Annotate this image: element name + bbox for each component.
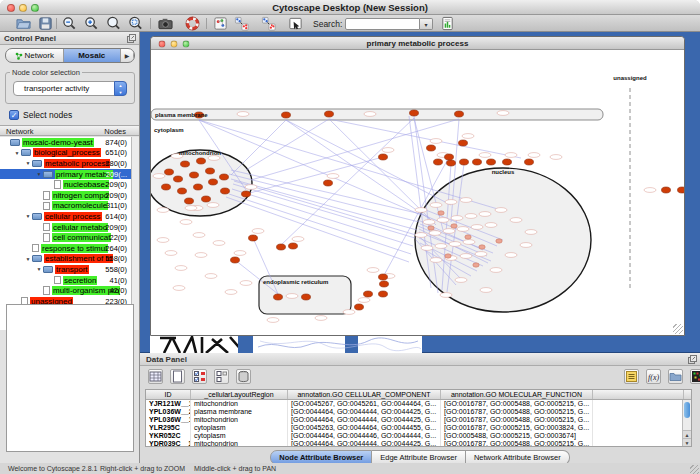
graph-node[interactable] xyxy=(410,110,419,116)
tree-row[interactable]: mosaic-demo-yeast874(0) xyxy=(0,137,131,148)
graph-node[interactable] xyxy=(277,244,286,250)
tree-row[interactable]: macromolecule311(0) xyxy=(0,201,131,212)
graph-node[interactable] xyxy=(185,198,194,204)
zoom-fit-icon[interactable] xyxy=(128,16,143,31)
graph-node[interactable] xyxy=(231,257,240,263)
graph-node[interactable] xyxy=(447,160,456,166)
tree-row[interactable]: ▼cellular process614(0) xyxy=(0,211,131,222)
tree-row[interactable]: ▼metabolic process280(0) xyxy=(0,158,131,169)
graph-node[interactable] xyxy=(220,174,229,180)
network-view-window[interactable]: primary metabolic process plasma membran… xyxy=(150,36,685,336)
snapshot-camera-icon[interactable] xyxy=(158,16,173,31)
graph-node[interactable] xyxy=(162,184,171,190)
app-resize-grip[interactable] xyxy=(690,465,699,474)
tree-row[interactable]: ▼establishment of lo558(0) xyxy=(0,254,131,265)
graph-node[interactable] xyxy=(428,226,434,230)
graph-node[interactable] xyxy=(525,159,534,165)
function-builder-icon[interactable]: f(x) xyxy=(646,369,661,384)
graph-node[interactable] xyxy=(178,188,187,194)
graph-node[interactable] xyxy=(379,274,388,280)
expander-icon[interactable]: ▼ xyxy=(35,266,43,272)
scrollbar-thumb[interactable] xyxy=(684,402,690,418)
graph-node[interactable] xyxy=(282,112,291,118)
graph-node[interactable] xyxy=(274,294,283,300)
column-header[interactable]: annotation.GO CELLULAR_COMPONENT xyxy=(288,390,441,399)
scroll-down-icon[interactable]: ▼ xyxy=(683,438,691,446)
expander-icon[interactable]: ▼ xyxy=(35,171,43,177)
search-config-icon[interactable] xyxy=(440,16,455,31)
graph-node[interactable] xyxy=(460,159,469,165)
select-nodes-checkbox[interactable]: ✓ xyxy=(9,110,19,120)
zoom-out-icon[interactable] xyxy=(62,16,77,31)
graph-node[interactable] xyxy=(379,291,388,297)
graph-node[interactable] xyxy=(221,188,230,194)
save-icon[interactable] xyxy=(38,16,53,31)
graph-node[interactable] xyxy=(496,239,502,243)
table-row[interactable]: YJR121W__1mitochondrion[GO:0045267, GO:0… xyxy=(146,400,691,408)
vizmapper-icon[interactable] xyxy=(213,16,228,31)
zoom-selected-icon[interactable] xyxy=(106,16,121,31)
tree-row[interactable]: cellular metabo209(0) xyxy=(0,222,131,233)
tab-overflow-arrow-icon[interactable]: ▶ xyxy=(121,49,134,62)
graph-node[interactable] xyxy=(206,168,215,174)
column-header[interactable]: _cellularLayoutRegion xyxy=(191,390,288,399)
tab-network[interactable]: Network xyxy=(6,49,64,62)
table-row[interactable]: YPL036W__2plasma membrane[GO:0044464, GO… xyxy=(146,408,691,416)
layout-1-icon[interactable] xyxy=(234,16,249,31)
tree-row[interactable]: ▼transport558(0) xyxy=(0,264,131,275)
graph-node[interactable] xyxy=(487,159,496,165)
graph-node[interactable] xyxy=(678,187,685,193)
graph-node[interactable] xyxy=(445,154,454,160)
tree-row[interactable]: nitrogen compo209(0) xyxy=(0,190,131,201)
table-row[interactable]: YPL036W__1mitochondrion[GO:0044464, GO:0… xyxy=(146,416,691,424)
tree-row[interactable]: ▼biological_process651(0) xyxy=(0,148,131,159)
search-input[interactable] xyxy=(345,18,420,30)
annotation-icon[interactable] xyxy=(288,16,303,31)
new-attribute-icon[interactable] xyxy=(170,369,185,384)
attribute-table[interactable]: ID_cellularLayoutRegionannotation.GO CEL… xyxy=(145,389,692,447)
birdseye-view[interactable] xyxy=(6,304,134,452)
attribute-matrix-icon[interactable] xyxy=(690,369,700,384)
graph-node[interactable] xyxy=(438,211,444,215)
graph-node[interactable] xyxy=(209,179,218,185)
graph-node[interactable] xyxy=(355,304,364,310)
select-attributes-icon[interactable] xyxy=(192,369,207,384)
attribute-table-header[interactable]: ID_cellularLayoutRegionannotation.GO CEL… xyxy=(146,390,691,400)
tree-row[interactable]: response to stimul264(0) xyxy=(0,243,131,254)
graph-node[interactable] xyxy=(662,187,671,193)
tree-row[interactable]: multi-organism pro42(0) xyxy=(0,285,131,296)
graph-node[interactable] xyxy=(242,191,251,197)
import-attributes-icon[interactable] xyxy=(668,369,683,384)
tree-row[interactable]: secretion41(0) xyxy=(0,275,131,286)
graph-node[interactable] xyxy=(379,154,388,160)
table-row[interactable]: YKR052Ccytoplasm[GO:0044464, GO:0044446,… xyxy=(146,432,691,440)
tree-scrollbar[interactable] xyxy=(131,137,139,330)
region-plasma-membrane[interactable] xyxy=(151,109,603,120)
graph-node[interactable] xyxy=(473,263,479,267)
column-header[interactable]: annotation.GO MOLECULAR_FUNCTION xyxy=(441,390,593,399)
tree-row[interactable]: cell communicat22(0) xyxy=(0,232,131,243)
graph-node[interactable] xyxy=(427,145,436,151)
graph-node[interactable] xyxy=(455,111,464,117)
dropdown-stepper-icon[interactable]: ▲▼ xyxy=(114,81,127,96)
graph-node[interactable] xyxy=(465,235,471,239)
attribute-table-icon[interactable] xyxy=(148,369,163,384)
expander-icon[interactable]: ▼ xyxy=(13,150,21,156)
search-dropdown-arrow-icon[interactable]: ▾ xyxy=(420,18,433,30)
graph-node[interactable] xyxy=(249,235,258,241)
float-panel-icon[interactable] xyxy=(688,355,697,364)
graph-node[interactable] xyxy=(302,294,311,300)
graph-node[interactable] xyxy=(380,281,389,287)
graph-node[interactable] xyxy=(325,111,334,117)
table-scrollbar[interactable]: ▲ ▼ xyxy=(682,400,691,446)
table-row[interactable]: YDR039C__1mitochondrion[GO:0044464, GO:0… xyxy=(146,440,691,447)
graph-node[interactable] xyxy=(479,245,485,249)
graph-node[interactable] xyxy=(197,158,206,164)
graph-node[interactable] xyxy=(289,243,298,249)
attribute-list-icon[interactable] xyxy=(624,369,639,384)
expander-icon[interactable]: ▼ xyxy=(24,256,32,262)
tree-row[interactable]: nucleobase-209(0) xyxy=(0,179,131,190)
zoom-in-icon[interactable] xyxy=(84,16,99,31)
graph-node[interactable] xyxy=(451,224,457,228)
tree-row[interactable]: ▼primary metabo209(... xyxy=(0,169,131,180)
